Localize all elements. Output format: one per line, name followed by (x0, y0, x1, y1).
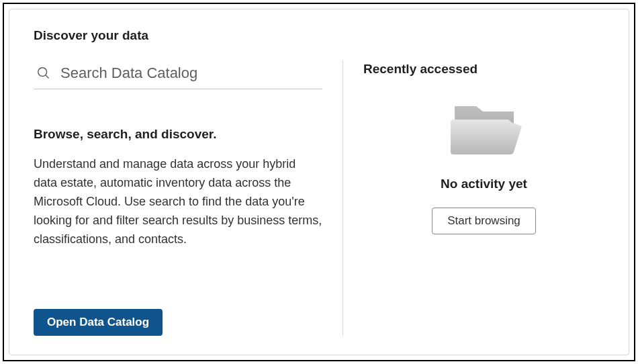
search-box[interactable] (34, 60, 322, 89)
browse-subheading: Browse, search, and discover. (34, 127, 322, 142)
empty-state: No activity yet Start browsing (363, 97, 604, 234)
search-icon (36, 66, 51, 81)
recently-accessed-heading: Recently accessed (363, 62, 604, 77)
svg-point-0 (38, 68, 47, 77)
svg-line-1 (46, 75, 49, 79)
left-column: Browse, search, and discover. Understand… (34, 60, 322, 336)
discover-data-card: Discover your data Browse, search, and d… (9, 9, 629, 355)
card-title: Discover your data (34, 28, 604, 43)
column-divider (343, 60, 343, 336)
start-browsing-button[interactable]: Start browsing (432, 208, 536, 234)
right-column: Recently accessed (363, 60, 604, 336)
no-activity-text: No activity yet (441, 177, 527, 191)
open-data-catalog-button[interactable]: Open Data Catalog (34, 309, 163, 336)
description-text: Understand and manage data across your h… (34, 155, 322, 248)
search-input[interactable] (60, 64, 320, 82)
folder-open-icon (444, 97, 525, 161)
